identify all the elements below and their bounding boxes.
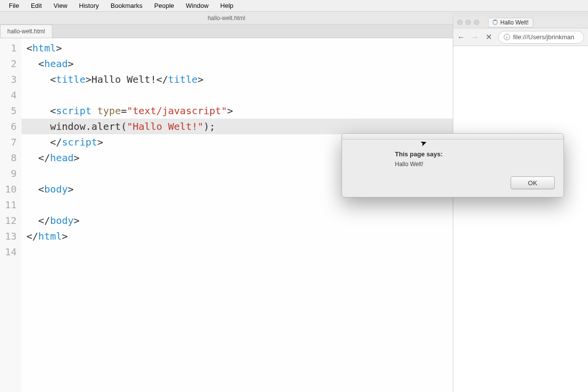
address-bar[interactable]: i file:///Users/jbrinkman <box>498 31 584 44</box>
menu-history[interactable]: History <box>73 0 104 11</box>
close-icon[interactable] <box>457 20 463 25</box>
browser-tab-title: Hallo Welt! <box>500 19 529 26</box>
lineno: 3 <box>2 72 17 87</box>
code-area[interactable]: <html> <head> <title>Hallo Welt!</title>… <box>22 38 453 392</box>
editor-title: hallo-welt.html <box>208 15 245 22</box>
alert-body: This page says: Hallo Welt! <box>342 140 564 176</box>
menu-people[interactable]: People <box>148 0 180 11</box>
lineno: 4 <box>2 87 17 103</box>
code-line: <title>Hallo Welt!</title> <box>22 72 453 87</box>
code-line: </html> <box>22 228 453 244</box>
back-icon[interactable]: ← <box>457 33 465 42</box>
menu-edit[interactable]: Edit <box>25 0 48 11</box>
code-line-highlighted: window.alert("Hallo Welt!"); <box>22 119 453 134</box>
menu-help[interactable]: Help <box>215 0 240 11</box>
browser-titlebar: Hallo Welt! <box>453 17 588 28</box>
browser-toolbar: ← → ✕ i file:///Users/jbrinkman <box>453 28 588 46</box>
alert-dragbar[interactable] <box>342 134 564 140</box>
javascript-alert-dialog: This page says: Hallo Welt! OK <box>342 133 564 197</box>
menu-window[interactable]: Window <box>180 0 214 11</box>
menu-file[interactable]: File <box>3 0 25 11</box>
menu-bookmarks[interactable]: Bookmarks <box>105 0 148 11</box>
browser-viewport <box>453 46 588 392</box>
editor-tabbar: hallo-welt.html <box>0 24 453 38</box>
lineno: 1 <box>2 40 17 56</box>
browser-window: Hallo Welt! ← → ✕ i file:///Users/jbrink… <box>453 17 588 392</box>
code-line <box>22 244 453 260</box>
code-line: </body> <box>22 213 453 228</box>
menu-view[interactable]: View <box>48 0 73 11</box>
code-line <box>22 87 453 103</box>
ok-button[interactable]: OK <box>511 176 555 189</box>
site-info-icon[interactable]: i <box>504 34 510 40</box>
alert-title: This page says: <box>395 150 551 158</box>
code-line: <head> <box>22 56 453 72</box>
editor-window: hallo-welt.html hallo-welt.html 1 2 3 4 … <box>0 12 453 392</box>
editor-titlebar: hallo-welt.html <box>0 12 453 24</box>
lineno: 9 <box>2 166 17 181</box>
lineno: 14 <box>2 244 17 260</box>
editor-tab[interactable]: hallo-welt.html <box>0 24 52 38</box>
forward-icon: → <box>471 33 479 42</box>
browser-tabstrip: Hallo Welt! <box>488 18 584 27</box>
lineno: 2 <box>2 56 17 72</box>
lineno: 8 <box>2 150 17 166</box>
lineno: 12 <box>2 213 17 228</box>
url-text: file:///Users/jbrinkman <box>513 33 574 41</box>
editor-body: 1 2 3 4 5 6 7 8 9 10 11 12 13 14 <html> … <box>0 38 453 392</box>
maximize-icon[interactable] <box>474 20 479 25</box>
code-line <box>22 197 453 213</box>
line-number-gutter: 1 2 3 4 5 6 7 8 9 10 11 12 13 14 <box>0 38 22 392</box>
browser-tab[interactable]: Hallo Welt! <box>488 18 533 27</box>
lineno: 6 <box>2 119 17 134</box>
alert-button-row: OK <box>342 176 564 197</box>
lineno: 13 <box>2 228 17 244</box>
code-line: <html> <box>22 40 453 56</box>
lineno: 5 <box>2 103 17 119</box>
stop-icon[interactable]: ✕ <box>485 32 492 42</box>
lineno: 10 <box>2 181 17 197</box>
os-menubar: File Edit View History Bookmarks People … <box>0 0 588 12</box>
loading-spinner-icon <box>492 20 498 25</box>
alert-message: Hallo Welt! <box>395 161 551 168</box>
lineno: 11 <box>2 197 17 213</box>
minimize-icon[interactable] <box>466 20 471 25</box>
lineno: 7 <box>2 134 17 150</box>
code-line: <script type="text/javascript"> <box>22 103 453 119</box>
